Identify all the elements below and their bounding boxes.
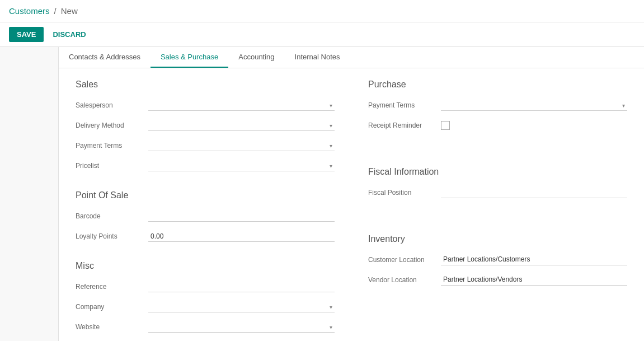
- fiscal-section-title: Fiscal Information: [368, 167, 627, 177]
- company-select[interactable]: [148, 302, 335, 312]
- website-select[interactable]: [148, 322, 335, 333]
- payment-terms-select[interactable]: [148, 141, 335, 151]
- purchase-payment-terms-select[interactable]: [441, 100, 627, 111]
- pricelist-select-wrapper: ▾: [148, 161, 335, 171]
- form-area: Sales Salesperson ▾ Delivery Method: [59, 68, 644, 341]
- reference-row: Reference: [76, 279, 335, 295]
- website-select-wrapper: ▾: [148, 322, 335, 333]
- payment-terms-row: Payment Terms ▾: [76, 138, 335, 153]
- payment-terms-select-wrapper: ▾: [148, 141, 335, 151]
- salesperson-label: Salesperson: [76, 101, 148, 109]
- misc-section: Misc Reference Company ▾: [76, 261, 335, 341]
- misc-section-title: Misc: [76, 261, 335, 271]
- breadcrumb-new: New: [61, 6, 78, 16]
- pricelist-select[interactable]: [148, 161, 335, 171]
- save-button[interactable]: SAVE: [9, 27, 44, 42]
- delivery-method-row: Delivery Method ▾: [76, 118, 335, 133]
- purchase-payment-terms-select-wrapper: ▾: [441, 100, 627, 111]
- tab-sales-purchase[interactable]: Sales & Purchase: [151, 47, 228, 68]
- pos-section-title: Point Of Sale: [76, 190, 335, 200]
- sales-section-title: Sales: [76, 80, 335, 90]
- pricelist-row: Pricelist ▾: [76, 158, 335, 174]
- inventory-section: Inventory Customer Location Partner Loca…: [368, 234, 627, 288]
- salesperson-row: Salesperson ▾: [76, 97, 335, 113]
- left-sidebar: [0, 47, 59, 341]
- barcode-label: Barcode: [76, 212, 148, 220]
- company-label: Company: [76, 303, 148, 311]
- salesperson-select[interactable]: [148, 100, 335, 111]
- tab-accounting[interactable]: Accounting: [228, 47, 284, 68]
- left-column: Sales Salesperson ▾ Delivery Method: [76, 80, 335, 341]
- receipt-reminder-row: Receipt Reminder: [368, 118, 627, 133]
- company-select-wrapper: ▾: [148, 302, 335, 312]
- reference-input[interactable]: [148, 282, 335, 292]
- fiscal-section: Fiscal Information Fiscal Position: [368, 167, 627, 200]
- sales-section: Sales Salesperson ▾ Delivery Method: [76, 80, 335, 174]
- fiscal-position-value: [441, 187, 627, 198]
- receipt-reminder-checkbox[interactable]: [441, 121, 450, 130]
- purchase-payment-terms-row: Payment Terms ▾: [368, 97, 627, 113]
- pricelist-label: Pricelist: [76, 162, 148, 170]
- fiscal-position-label: Fiscal Position: [368, 189, 441, 197]
- tab-internal-notes[interactable]: Internal Notes: [285, 47, 350, 68]
- delivery-method-select[interactable]: [148, 120, 335, 131]
- content-area: Contacts & Addresses Sales & Purchase Ac…: [59, 47, 644, 341]
- pos-section: Point Of Sale Barcode Loyalty Points: [76, 190, 335, 244]
- company-row: Company ▾: [76, 299, 335, 315]
- purchase-section-title: Purchase: [368, 80, 627, 90]
- website-label: Website: [76, 323, 148, 331]
- main-content: Contacts & Addresses Sales & Purchase Ac…: [0, 47, 644, 341]
- vendor-location-row: Vendor Location Partner Locations/Vendor…: [368, 272, 627, 288]
- loyalty-points-row: Loyalty Points: [76, 228, 335, 244]
- vendor-location-value: Partner Locations/Vendors: [441, 274, 627, 286]
- action-bar: SAVE DISCARD: [0, 22, 644, 47]
- delivery-method-select-wrapper: ▾: [148, 120, 335, 131]
- barcode-row: Barcode: [76, 208, 335, 224]
- tab-contacts[interactable]: Contacts & Addresses: [59, 47, 151, 68]
- delivery-method-label: Delivery Method: [76, 122, 148, 129]
- breadcrumb-customers[interactable]: Customers: [9, 6, 50, 16]
- top-bar: Customers / New: [0, 0, 644, 22]
- breadcrumb-separator: /: [54, 6, 57, 16]
- customer-location-value: Partner Locations/Customers: [441, 254, 627, 265]
- receipt-reminder-label: Receipt Reminder: [368, 122, 441, 129]
- customer-location-row: Customer Location Partner Locations/Cust…: [368, 252, 627, 268]
- purchase-payment-terms-label: Payment Terms: [368, 101, 441, 109]
- salesperson-select-wrapper: ▾: [148, 100, 335, 111]
- tabs-bar: Contacts & Addresses Sales & Purchase Ac…: [59, 47, 644, 68]
- discard-button[interactable]: DISCARD: [48, 27, 90, 42]
- fiscal-position-row: Fiscal Position: [368, 185, 627, 200]
- reference-label: Reference: [76, 283, 148, 291]
- right-column: Purchase Payment Terms ▾ Receipt Reminde…: [368, 80, 627, 341]
- payment-terms-label: Payment Terms: [76, 142, 148, 150]
- loyalty-points-input[interactable]: [148, 231, 335, 242]
- customer-location-label: Customer Location: [368, 256, 441, 264]
- purchase-section: Purchase Payment Terms ▾ Receipt Reminde…: [368, 80, 627, 133]
- loyalty-points-label: Loyalty Points: [76, 232, 148, 240]
- vendor-location-label: Vendor Location: [368, 276, 441, 284]
- barcode-input[interactable]: [148, 211, 335, 222]
- website-row: Website ▾: [76, 319, 335, 335]
- inventory-section-title: Inventory: [368, 234, 627, 244]
